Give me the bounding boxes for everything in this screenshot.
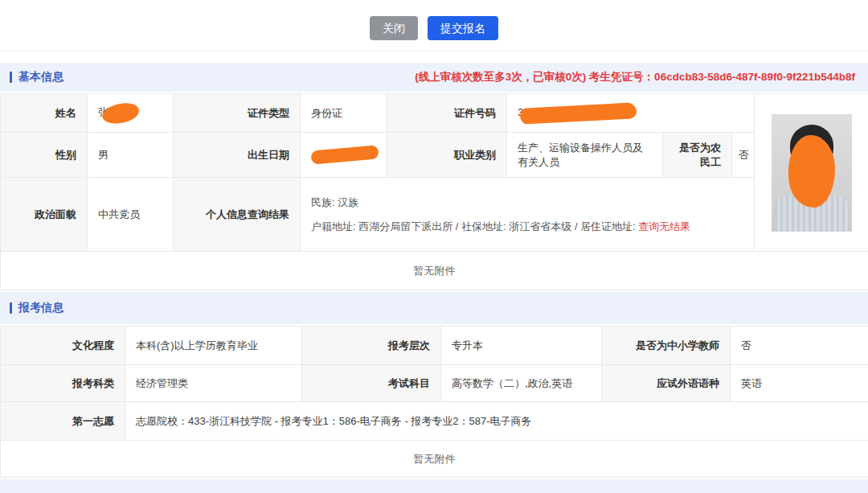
section-accent-bar [10, 302, 12, 314]
basic-info-section-header: 基本信息 (线上审核次数至多3次，已审核0次) 考生凭证号：06cdcb83-5… [0, 63, 868, 92]
table-row: 第一志愿 志愿院校：433-浙江科技学院 - 报考专业1：586-电子商务 - … [1, 402, 868, 441]
subjects-value: 高等数学（二）,政治,英语 [441, 365, 602, 402]
migrant-worker-label: 是否为农民工 [663, 133, 732, 178]
first-choice-value: 志愿院校：433-浙江科技学院 - 报考专业1：586-电子商务 - 报考专业2… [125, 402, 868, 441]
foreign-language-label: 应试外语语种 [602, 365, 731, 402]
section-accent-bar [10, 72, 12, 83]
migrant-worker-value: 否 [732, 133, 755, 178]
address-line: 户籍地址: 西湖分局留下派出所 / 社保地址: 浙江省省本级 / 居住证地址: … [311, 220, 743, 234]
address-text: 户籍地址: 西湖分局留下派出所 / 社保地址: 浙江省省本级 / 居住证地址: [311, 220, 638, 232]
table-row: 报考科类 经济管理类 考试科目 高等数学（二）,政治,英语 应试外语语种 英语 [1, 365, 868, 402]
level-label: 报考层次 [302, 327, 441, 365]
audit-notice-text: (线上审核次数至多3次，已审核0次) 考生凭证号：06cdcb83-58d6-4… [415, 70, 855, 84]
submit-registration-button[interactable]: 提交报名 [428, 16, 498, 40]
gender-value: 男 [88, 133, 174, 178]
redaction-blob [101, 101, 141, 125]
basic-info-title: 基本信息 [18, 70, 63, 84]
education-label: 文化程度 [1, 327, 125, 365]
level-value: 专升本 [441, 327, 602, 365]
gender-label: 性别 [1, 133, 88, 178]
redaction-blob [310, 145, 379, 164]
action-toolbar: 关闭 提交报名 [0, 0, 868, 51]
occupation-value: 生产、运输设备操作人员及有关人员 [507, 133, 663, 178]
political-status-value: 中共党员 [88, 178, 174, 252]
no-attachment-text: 暂无附件 [1, 252, 868, 290]
occupation-label: 职业类别 [387, 133, 507, 178]
apply-info-section-header: 报考信息 [0, 292, 868, 324]
apply-info-title: 报考信息 [18, 301, 63, 315]
id-number-value: 3 [507, 94, 755, 133]
personal-query-result: 民族: 汉族 户籍地址: 西湖分局留下派出所 / 社保地址: 浙江省省本级 / … [301, 178, 755, 252]
attachment-row: 暂无附件 [1, 441, 868, 478]
basic-info-table: 姓名 张 证件类型 身份证 证件号码 3 性别 男 出生日期 职业类别 生产、运… [0, 93, 868, 290]
candidate-photo [772, 114, 852, 232]
birth-date-value [301, 133, 387, 178]
teacher-value: 否 [731, 327, 868, 365]
next-section-header-partial: 缴费信息 [0, 479, 868, 493]
attachment-row: 暂无附件 [1, 252, 868, 290]
table-row: 政治面貌 中共党员 个人信息查询结果 民族: 汉族 户籍地址: 西湖分局留下派出… [1, 178, 868, 252]
query-no-result-link[interactable]: 查询无结果 [638, 220, 690, 232]
political-status-label: 政治面貌 [1, 178, 88, 252]
teacher-label: 是否为中小学教师 [602, 327, 731, 365]
table-row: 文化程度 本科(含)以上学历教育毕业 报考层次 专升本 是否为中小学教师 否 [1, 327, 868, 365]
apply-info-table: 文化程度 本科(含)以上学历教育毕业 报考层次 专升本 是否为中小学教师 否 报… [0, 326, 868, 478]
candidate-photo-cell [755, 94, 868, 252]
name-value: 张 [88, 94, 174, 133]
photo-face-redaction-blob [788, 135, 835, 207]
apply-info-title-wrap: 报考信息 [10, 301, 63, 315]
category-value: 经济管理类 [125, 365, 302, 402]
table-row: 姓名 张 证件类型 身份证 证件号码 3 [1, 94, 868, 133]
subjects-label: 考试科目 [302, 365, 441, 402]
id-number-label: 证件号码 [387, 94, 507, 133]
category-label: 报考科类 [1, 365, 125, 402]
foreign-language-value: 英语 [731, 365, 868, 402]
id-type-value: 身份证 [301, 94, 387, 133]
first-choice-label: 第一志愿 [1, 402, 125, 441]
redaction-blob [520, 102, 637, 125]
basic-info-title-wrap: 基本信息 [10, 70, 63, 84]
close-button[interactable]: 关闭 [370, 16, 418, 40]
id-type-label: 证件类型 [174, 94, 301, 133]
name-label: 姓名 [1, 94, 88, 133]
table-row: 性别 男 出生日期 职业类别 生产、运输设备操作人员及有关人员 是否为农民工 否 [1, 133, 868, 178]
education-value: 本科(含)以上学历教育毕业 [125, 327, 302, 365]
ethnicity-line: 民族: 汉族 [311, 195, 743, 210]
personal-query-label: 个人信息查询结果 [174, 178, 301, 252]
birth-date-label: 出生日期 [174, 133, 301, 178]
no-attachment-text: 暂无附件 [1, 441, 868, 478]
